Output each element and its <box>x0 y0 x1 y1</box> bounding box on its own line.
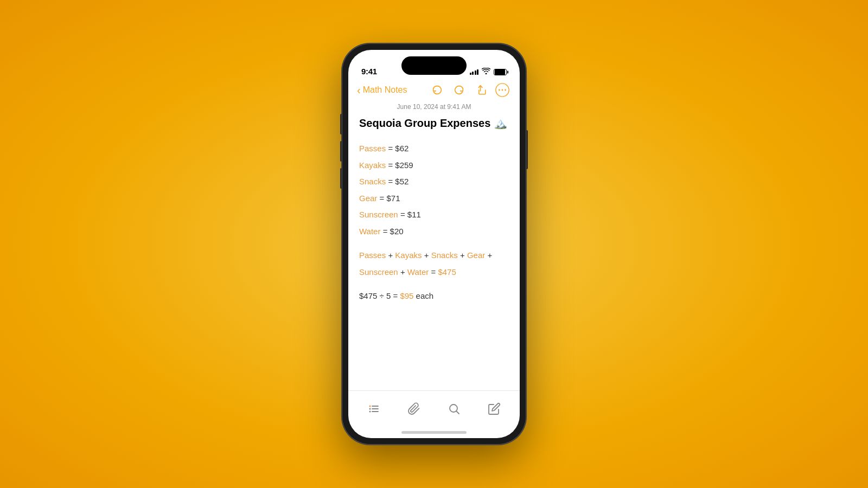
share-button[interactable] <box>472 81 489 99</box>
sum-water: Water <box>407 267 429 277</box>
wifi-icon <box>482 68 490 76</box>
back-button[interactable]: ‹ Math Notes <box>357 85 407 95</box>
svg-point-3 <box>505 89 506 91</box>
phone-device: 9:41 <box>342 43 526 445</box>
note-date: June 10, 2024 at 9:41 AM <box>359 103 509 111</box>
attachment-button[interactable] <box>402 397 426 421</box>
attachment-icon <box>407 402 420 415</box>
sum-kayaks: Kayaks <box>395 251 422 260</box>
back-label: Math Notes <box>363 85 407 95</box>
list-icon <box>367 402 380 415</box>
list-button[interactable] <box>362 397 386 421</box>
signal-bars-icon <box>470 69 479 75</box>
redo-icon <box>453 84 465 96</box>
sum-gear: Gear <box>467 251 485 260</box>
nav-bar: ‹ Math Notes <box>348 79 520 103</box>
division-line: $475 ÷ 5 = $95 each <box>359 288 509 304</box>
redo-button[interactable] <box>450 81 468 99</box>
dynamic-island <box>401 56 467 75</box>
var-kayaks-line: Kayaks = $259 <box>359 158 509 174</box>
sum-snacks: Snacks <box>431 251 458 260</box>
status-icons <box>470 68 507 76</box>
sum-sunscreen: Sunscreen <box>359 267 398 277</box>
var-gear-name: Gear <box>359 194 377 203</box>
home-bar <box>401 431 467 434</box>
sum-line-2: Sunscreen + Water = $475 <box>359 265 509 280</box>
undo-icon <box>431 84 443 96</box>
undo-button[interactable] <box>429 81 446 99</box>
phone-screen: 9:41 <box>348 50 520 438</box>
var-kayaks-name: Kayaks <box>359 160 386 170</box>
compose-icon <box>488 402 501 415</box>
var-water-name: Water <box>359 227 380 236</box>
back-chevron-icon: ‹ <box>357 85 361 95</box>
svg-point-1 <box>499 89 500 91</box>
gap-1 <box>359 240 509 248</box>
svg-point-2 <box>502 89 503 91</box>
division-prefix: $475 ÷ 5 = <box>359 291 400 300</box>
bottom-toolbar <box>348 390 520 426</box>
var-water-eq: = $20 <box>383 227 404 236</box>
var-snacks-name: Snacks <box>359 177 386 186</box>
sum-total: $475 <box>438 267 456 277</box>
svg-point-8 <box>369 410 371 412</box>
var-sunscreen-line: Sunscreen = $11 <box>359 207 509 223</box>
svg-point-6 <box>369 408 371 409</box>
search-in-note-icon <box>448 402 461 415</box>
more-icon <box>495 82 510 98</box>
var-passes-name: Passes <box>359 144 386 153</box>
note-title: Sequoia Group Expenses 🏔️ <box>359 116 509 130</box>
var-kayaks-eq: = $259 <box>388 160 413 170</box>
sum-section: Passes + Kayaks + Snacks + Gear + Sunscr… <box>359 248 509 280</box>
note-content: June 10, 2024 at 9:41 AM Sequoia Group E… <box>348 103 520 390</box>
battery-icon <box>494 69 507 75</box>
var-water-line: Water = $20 <box>359 224 509 240</box>
var-sunscreen-eq: = $11 <box>400 210 421 219</box>
status-time: 9:41 <box>361 67 377 76</box>
var-snacks-eq: = $52 <box>388 177 409 186</box>
variables-section: Passes = $62 Kayaks = $259 Snacks = $52 … <box>359 141 509 239</box>
var-gear-eq: = $71 <box>380 194 400 203</box>
share-icon <box>475 84 487 96</box>
division-result: $95 <box>400 291 413 300</box>
more-button[interactable] <box>494 81 511 99</box>
nav-actions <box>429 81 511 99</box>
var-snacks-line: Snacks = $52 <box>359 174 509 190</box>
compose-button[interactable] <box>482 397 506 421</box>
gap-2 <box>359 281 509 288</box>
sum-line-1: Passes + Kayaks + Snacks + Gear + <box>359 248 509 264</box>
var-passes-line: Passes = $62 <box>359 141 509 157</box>
svg-point-4 <box>369 405 371 407</box>
division-suffix: each <box>416 291 434 300</box>
search-note-button[interactable] <box>442 397 466 421</box>
sum-passes: Passes <box>359 251 386 260</box>
var-sunscreen-name: Sunscreen <box>359 210 398 219</box>
home-indicator <box>348 426 520 438</box>
var-passes-eq: = $62 <box>388 144 409 153</box>
note-body: Passes = $62 Kayaks = $259 Snacks = $52 … <box>359 141 509 304</box>
var-gear-line: Gear = $71 <box>359 191 509 207</box>
